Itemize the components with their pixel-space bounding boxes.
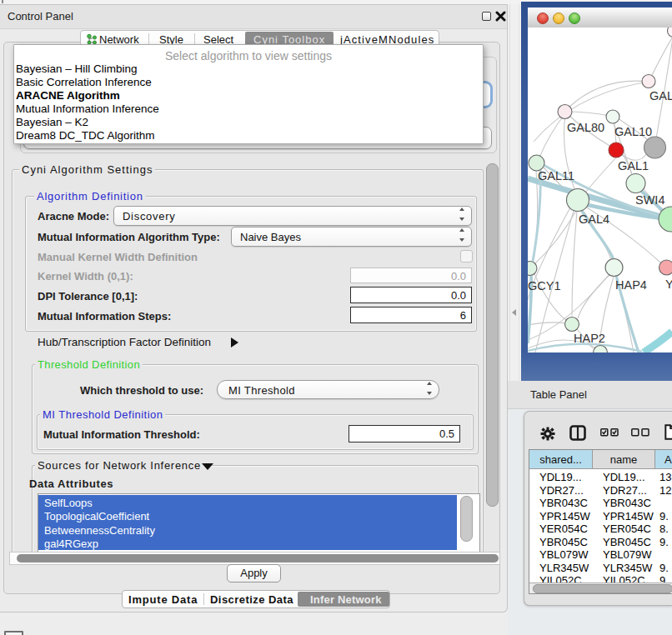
svg-text:HAP4: HAP4 <box>615 278 647 292</box>
svg-text:SWI4: SWI4 <box>635 193 664 207</box>
svg-text:GAL1: GAL1 <box>618 159 649 172</box>
svg-text:GAL11: GAL11 <box>538 169 574 182</box>
svg-text:Y: Y <box>665 278 672 291</box>
svg-text:GAL7: GAL7 <box>649 89 672 102</box>
svg-text:HAP2: HAP2 <box>574 332 605 345</box>
svg-text:GAL80: GAL80 <box>567 121 604 134</box>
svg-text:GCY1: GCY1 <box>528 279 561 292</box>
svg-text:GAL4: GAL4 <box>579 212 609 226</box>
svg-text:GAL10: GAL10 <box>614 125 652 138</box>
